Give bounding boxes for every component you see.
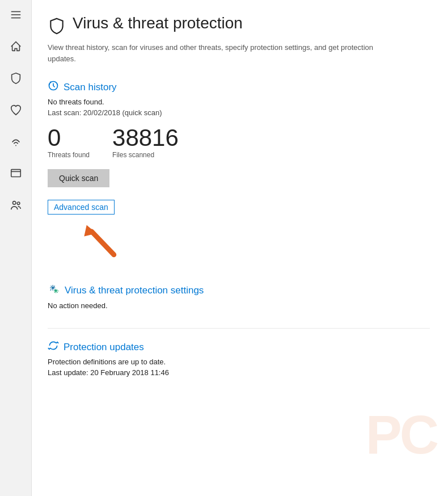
updates-icon	[48, 340, 59, 354]
shield-nav-icon[interactable]	[8, 70, 24, 86]
apps-icon[interactable]	[8, 166, 24, 182]
files-scanned-number: 38816	[112, 125, 179, 151]
arrow-indicator	[82, 222, 430, 264]
section-divider	[48, 328, 430, 329]
orange-arrow-icon	[82, 222, 121, 262]
svg-rect-4	[11, 170, 20, 177]
quick-scan-button[interactable]: Quick scan	[48, 169, 109, 187]
page-subtitle: View threat history, scan for viruses an…	[48, 42, 377, 64]
scan-status-text: No threats found.	[48, 98, 430, 106]
network-icon[interactable]	[8, 134, 24, 150]
scan-history-header: Scan history	[48, 80, 430, 94]
protection-updates-title: Protection updates	[64, 342, 144, 353]
family-icon[interactable]	[8, 197, 24, 213]
scan-history-title: Scan history	[64, 82, 117, 93]
scan-history-section: Scan history No threats found. Last scan…	[48, 80, 430, 264]
health-icon[interactable]	[8, 102, 24, 118]
protection-settings-title: Virus & threat protection settings	[65, 285, 204, 296]
protection-settings-header: Virus & threat protection settings	[48, 283, 430, 298]
protection-settings-status: No action needed.	[48, 301, 430, 310]
protection-settings-section: Virus & threat protection settings No ac…	[48, 283, 430, 310]
page-header: Virus & threat protection	[48, 14, 430, 37]
threats-found-label: Threats found	[48, 151, 90, 159]
settings-icon	[48, 283, 60, 298]
svg-point-6	[12, 201, 16, 205]
sidebar	[0, 0, 32, 496]
page-title-shield-icon	[48, 14, 66, 37]
main-content: PC Virus & threat protection View threat…	[32, 0, 448, 496]
files-scanned-label: Files scanned	[112, 151, 179, 159]
protection-updates-header: Protection updates	[48, 340, 430, 354]
files-scanned-stat: 38816 Files scanned	[112, 125, 179, 159]
protection-updates-status: Protection definitions are up to date.	[48, 358, 430, 366]
svg-line-10	[92, 232, 114, 255]
protection-updates-last: Last update: 20 February 2018 11:46	[48, 368, 430, 377]
stats-row: 0 Threats found 38816 Files scanned	[48, 125, 430, 159]
watermark: PC	[366, 407, 437, 462]
threats-found-stat: 0 Threats found	[48, 125, 90, 159]
threats-found-number: 0	[48, 125, 90, 151]
last-scan-text: Last scan: 20/02/2018 (quick scan)	[48, 108, 430, 117]
quick-scan-button-wrapper: Quick scan	[48, 169, 430, 195]
svg-point-3	[15, 145, 16, 146]
page-title: Virus & threat protection	[73, 14, 243, 33]
protection-updates-section: Protection updates Protection definition…	[48, 340, 430, 377]
menu-icon[interactable]	[8, 7, 24, 23]
advanced-scan-button[interactable]: Advanced scan	[48, 200, 115, 215]
scan-history-icon	[48, 80, 59, 94]
svg-point-7	[17, 202, 20, 205]
home-icon[interactable]	[8, 39, 24, 54]
